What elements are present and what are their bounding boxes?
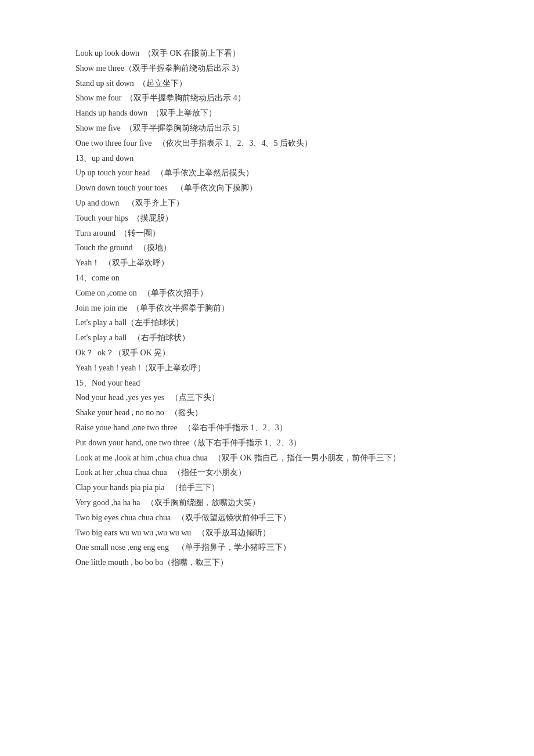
text-line-14: Yeah！ （双手上举欢呼） (75, 256, 459, 270)
text-line-17: Join me join me （单手依次半握拳于胸前） (75, 301, 459, 315)
text-line-29: Clap your hands pia pia pia （拍手三下） (75, 481, 459, 495)
text-line-32: Two big ears wu wu wu ,wu wu wu （双手放耳边倾听… (75, 526, 459, 540)
text-line-26: Put down your hand, one two three（放下右手伸手… (75, 436, 459, 450)
text-line-3: Show me four （双手半握拳胸前绕动后出示 4） (75, 91, 459, 105)
text-line-4: Hands up hands down （双手上举放下） (75, 106, 459, 120)
main-content: Look up look down （双手 OK 在眼前上下看）Show me … (75, 46, 459, 570)
text-line-11: Touch your hips （摸屁股） (75, 211, 459, 225)
text-line-27: Look at me ,look at him ,chua chua chua … (75, 451, 459, 465)
text-line-15: 14、come on (75, 271, 459, 285)
text-line-33: One small nose ,eng eng eng （单手指鼻子，学小猪哼三… (75, 541, 459, 555)
text-line-21: Yeah ! yeah ! yeah !（双手上举欢呼） (75, 361, 459, 375)
text-line-24: Shake your head , no no no （摇头） (75, 406, 459, 420)
text-line-2: Stand up sit down （起立坐下） (75, 77, 459, 91)
text-line-6: One two three four five （依次出手指表示 1、2、3、4… (75, 136, 459, 150)
text-line-8: Up up touch your head （单手依次上举然后摸头） (75, 166, 459, 180)
text-line-12: Turn around （转一圈） (75, 226, 459, 240)
text-line-19: Let's play a ball （右手拍球状） (75, 331, 459, 345)
text-line-13: Touch the ground （摸地） (75, 241, 459, 255)
text-line-18: Let's play a ball（左手拍球状） (75, 316, 459, 330)
text-line-28: Look at her ,chua chua chua （指任一女小朋友） (75, 466, 459, 480)
text-line-25: Raise youe hand ,one two three （举右手伸手指示 … (75, 421, 459, 435)
text-line-22: 15、Nod your head (75, 376, 459, 390)
text-line-34: One little mouth , bo bo bo（指嘴，呶三下） (75, 556, 459, 570)
text-line-31: Two big eyes chua chua chua （双手做望远镜状前伸手三… (75, 511, 459, 525)
text-line-10: Up and down （双手齐上下） (75, 196, 459, 210)
text-line-30: Very good ,ha ha ha （双手胸前绕圈，放嘴边大笑） (75, 496, 459, 510)
text-line-0: Look up look down （双手 OK 在眼前上下看） (75, 46, 459, 60)
text-line-23: Nod your head ,yes yes yes （点三下头） (75, 391, 459, 405)
text-line-5: Show me five （双手半握拳胸前绕动后出示 5） (75, 121, 459, 135)
text-line-9: Down down touch your toes （单手依次向下摸脚） (75, 181, 459, 195)
text-line-16: Come on ,come on （单手依次招手） (75, 286, 459, 300)
text-line-20: Ok？ ok？（双手 OK 晃） (75, 346, 459, 360)
text-line-7: 13、up and down (75, 152, 459, 165)
text-line-1: Show me three（双手半握拳胸前绕动后出示 3） (75, 62, 459, 75)
